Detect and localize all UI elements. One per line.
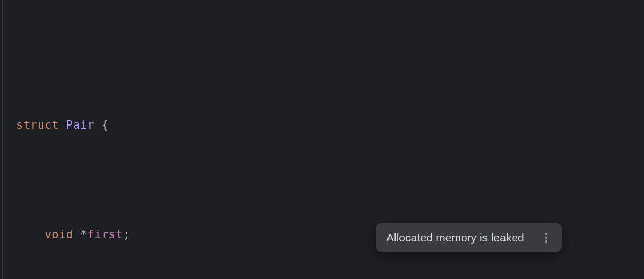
typename-pair: Pair	[66, 118, 94, 131]
keyword-struct: struct	[16, 118, 58, 131]
gutter-divider	[2, 0, 3, 279]
more-actions-icon[interactable]	[541, 233, 551, 243]
code-line[interactable]: struct Pair {	[16, 114, 644, 136]
star: *	[80, 227, 87, 241]
field-first: first	[87, 227, 122, 241]
semicolon: ;	[123, 227, 130, 241]
inspection-tooltip[interactable]: Allocated memory is leaked	[376, 223, 562, 252]
inspection-message: Allocated memory is leaked	[386, 231, 524, 244]
brace-open: {	[101, 118, 108, 131]
keyword-void: void	[45, 227, 73, 241]
code-editor[interactable]: struct Pair { void *first; void *second;…	[0, 0, 644, 279]
